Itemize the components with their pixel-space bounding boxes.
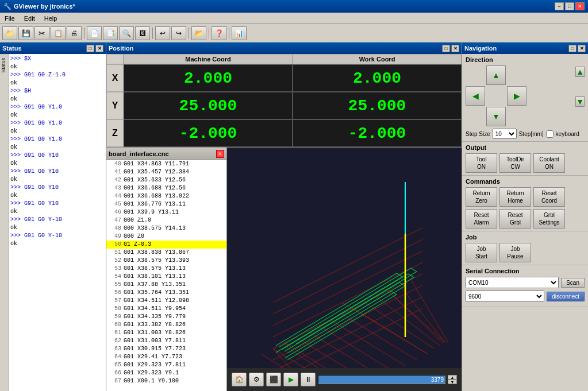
direction-area: ▲ ◀ ▶ ▼ ▲ ▼	[466, 65, 585, 126]
status-close-btn[interactable]: ✕	[95, 45, 103, 52]
toolbar-folder[interactable]: 📂	[191, 26, 206, 40]
dir-down-btn[interactable]: ▼	[486, 107, 506, 126]
step-mm-label: Step[mm]	[519, 131, 544, 137]
toolbar-redo[interactable]: ↪	[171, 26, 186, 40]
window-title: GViewer by jtronics*	[14, 3, 75, 10]
reset-coord-btn[interactable]: ResetCoord	[533, 187, 565, 207]
dir-right-btn[interactable]: ▶	[507, 86, 526, 106]
dir-z-up-btn[interactable]: ▲	[575, 67, 585, 77]
file-line-number: 60	[107, 321, 121, 329]
close-button[interactable]: ✕	[575, 2, 585, 10]
file-line-number: 43	[107, 184, 121, 192]
job-buttons: JobStart JobPause	[466, 243, 585, 262]
work-coord-header: Work Coord	[293, 54, 462, 64]
file-line-number: 41	[107, 168, 121, 176]
nav-restore-btn[interactable]: □	[568, 45, 577, 52]
menu-help[interactable]: Help	[42, 14, 60, 22]
position-restore-btn[interactable]: □	[442, 45, 450, 52]
serial-section-title: Serial Connection	[466, 268, 585, 274]
toolbar-open[interactable]: 📁	[2, 26, 17, 40]
file-line: 51G01 X38.838 Y13.867	[106, 249, 226, 257]
step-size-row: Step Size 10 1 0.1 0.01 100 Step[mm] key…	[466, 129, 585, 139]
status-log[interactable]: >>> $Xok>>> G91 G0 Z-1.0ok>>> $Hok>>> G9…	[9, 54, 106, 391]
side-tab-status[interactable]: Status	[0, 54, 9, 76]
y-work-value: 25.000	[293, 92, 462, 119]
toolbar-print[interactable]: 🖨	[67, 26, 82, 40]
file-line: 60G01 X33.382 Y8.826	[106, 321, 226, 329]
file-line: 57G01 X34.511 Y12.098	[106, 297, 226, 305]
position-close-btn[interactable]: ✕	[451, 45, 459, 52]
svg-rect-0	[227, 148, 462, 368]
dir-z-down-btn[interactable]: ▼	[575, 96, 585, 107]
file-close-btn[interactable]: ✕	[216, 150, 224, 158]
baud-row: 9600 115200 57600 disconnect	[466, 291, 585, 302]
status-content: Status >>> $Xok>>> G91 G0 Z-1.0ok>>> $Ho…	[0, 54, 106, 391]
toolbar-chart[interactable]: 📊	[232, 26, 247, 40]
viewport-stop-btn[interactable]: ⬛	[266, 373, 281, 386]
baud-select[interactable]: 9600 115200 57600	[466, 291, 544, 302]
toolbar-paste[interactable]: 📋	[51, 26, 66, 40]
file-line-code: G01 X35.457 Y12.384	[124, 168, 189, 176]
keyboard-checkbox[interactable]	[546, 130, 554, 138]
maximize-button[interactable]: □	[565, 2, 574, 10]
toolbar-copy[interactable]: 📑	[103, 26, 118, 40]
file-line-code: G01 X36.776 Y13.11	[124, 200, 186, 208]
toolbar-save[interactable]: 💾	[18, 26, 33, 40]
dir-up-btn[interactable]: ▲	[486, 65, 506, 85]
nav-title: Navigation	[464, 45, 497, 52]
file-content[interactable]: 40G01 X34.863 Y11.79141G01 X35.457 Y12.3…	[106, 160, 226, 391]
menu-bar: File Edit Help	[0, 13, 588, 24]
menu-edit[interactable]: Edit	[22, 14, 37, 22]
return-home-btn[interactable]: ReturnHome	[499, 187, 531, 207]
status-panel-btns: □ ✕	[86, 45, 103, 52]
viewport-home-btn[interactable]: 🏠	[232, 373, 247, 386]
menu-file[interactable]: File	[2, 14, 17, 22]
job-pause-btn[interactable]: JobPause	[499, 243, 531, 262]
file-line: 50G1 Z-0.3	[106, 241, 226, 249]
window-controls: − □ ✕	[555, 2, 585, 10]
minimize-button[interactable]: −	[555, 2, 564, 10]
tooldir-cw-btn[interactable]: ToolDirCW	[499, 153, 531, 173]
reset-grbl-btn[interactable]: ResetGrbl	[499, 209, 531, 229]
status-restore-btn[interactable]: □	[86, 45, 94, 52]
dir-blank-tl	[466, 65, 485, 85]
viewport-settings-btn[interactable]: ⚙	[249, 373, 264, 386]
dir-left-btn[interactable]: ◀	[466, 86, 485, 106]
position-header: Position □ ✕	[106, 42, 462, 54]
toolbar-image[interactable]: 🖼	[135, 26, 150, 40]
disconnect-btn[interactable]: disconnect	[547, 292, 585, 301]
progress-step-down[interactable]: ▼	[448, 380, 457, 384]
toolbar-search[interactable]: 🔍	[119, 26, 134, 40]
reset-alarm-btn[interactable]: ResetAlarm	[466, 209, 497, 229]
nav-close-btn[interactable]: ✕	[578, 45, 586, 52]
toolbar-new[interactable]: 📄	[87, 26, 102, 40]
job-start-btn[interactable]: JobStart	[466, 243, 497, 262]
port-select[interactable]: COM10 COM1 COM2	[466, 277, 559, 288]
navigation-panel: Navigation □ ✕ Direction ▲ ◀ ▶ ▼	[462, 42, 588, 391]
file-line: 63G01 X30.915 Y7.723	[106, 345, 226, 353]
toolbar-undo[interactable]: ↩	[155, 26, 170, 40]
progress-step-up[interactable]: ▲	[448, 375, 457, 380]
coolant-on-btn[interactable]: CoolantON	[533, 153, 565, 173]
return-zero-btn[interactable]: ReturnZero	[466, 187, 497, 207]
step-size-label: Step Size	[466, 131, 490, 137]
viewport-pause-btn[interactable]: ⏸	[301, 373, 316, 386]
direction-grid: ▲ ◀ ▶ ▼	[466, 65, 526, 126]
step-size-select[interactable]: 10 1 0.1 0.01 100	[493, 129, 517, 139]
viewport-play-btn[interactable]: ▶	[283, 373, 298, 386]
status-panel-header: Status □ ✕	[0, 42, 106, 54]
file-line-code: G01 X33.382 Y8.826	[124, 321, 186, 329]
viewport: X Y Z 🏠 ⚙ ⬛ ▶ ⏸	[227, 148, 462, 391]
file-line-number: 57	[107, 297, 121, 305]
tool-on-btn[interactable]: ToolON	[466, 153, 497, 173]
scan-btn[interactable]: Scan	[561, 278, 585, 288]
y-axis-label: Y	[106, 92, 124, 119]
file-header: board_interface.cnc ✕	[106, 148, 226, 160]
commands-section: Commands ReturnZero ReturnHome ResetCoor…	[462, 176, 588, 231]
toolbar-help[interactable]: ❓	[212, 26, 226, 40]
file-line-number: 58	[107, 305, 121, 313]
grbl-settings-btn[interactable]: GrblSettings	[533, 209, 565, 229]
file-line-number: 40	[107, 160, 121, 168]
toolbar-cut[interactable]: ✂	[34, 26, 49, 40]
file-line: 49G00 Z0	[106, 233, 226, 241]
